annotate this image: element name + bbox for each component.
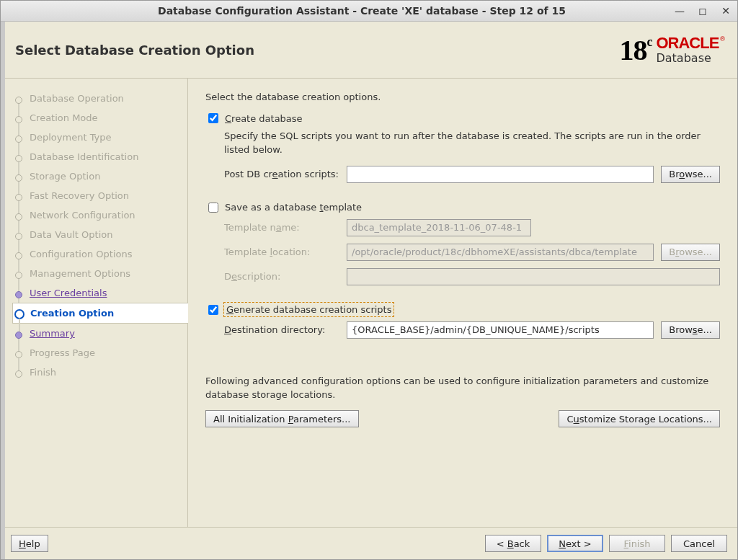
save-template-checkbox[interactable]: Save as a database template [205,200,720,215]
step-storage-option[interactable]: Storage Option [12,166,183,186]
footer: Help < Back Next > Finish Cancel [1,527,737,559]
destination-directory-input[interactable] [347,321,654,339]
create-database-desc: Specify the SQL scripts you want to run … [224,130,720,157]
maximize-icon[interactable]: ◻ [697,5,708,17]
post-scripts-input[interactable] [347,166,654,183]
post-scripts-browse-button[interactable]: Browse... [661,166,720,183]
generate-scripts-checkbox[interactable]: Generate database creation scripts [205,303,720,317]
next-button[interactable]: Next > [547,535,603,552]
destination-browse-button[interactable]: Browse... [661,321,720,339]
save-template-check-input[interactable] [208,203,218,213]
template-location-label: Template location: [224,246,339,257]
help-button[interactable]: Help [11,535,48,552]
step-creation-mode[interactable]: Creation Mode [12,108,183,128]
step-list: Database Operation Creation Mode Deploym… [12,89,183,382]
template-description-label: Description: [224,271,339,282]
post-scripts-label: Post DB creation scripts: [224,169,339,179]
step-finish[interactable]: Finish [12,363,183,382]
step-user-credentials[interactable]: User Credentials [12,283,183,303]
wizard-sidebar: Database Operation Creation Mode Deploym… [1,79,188,527]
app-window: Database Configuration Assistant - Creat… [0,0,738,560]
titlebar: Database Configuration Assistant - Creat… [1,1,737,22]
template-location-browse-button: Browse... [661,244,720,261]
create-database-checkbox[interactable]: Create database [205,111,720,125]
template-description-input [347,268,720,285]
step-configuration-options[interactable]: Configuration Options [12,244,183,264]
window-title: Database Configuration Assistant - Creat… [50,5,674,17]
template-location-input [347,244,654,261]
left-scroll-track [1,22,5,559]
destination-directory-label: Destination directory: [224,324,339,335]
customize-storage-button[interactable]: Customize Storage Locations... [559,410,720,427]
advanced-options-text: Following advanced configuration options… [205,375,720,402]
main-panel: Select the database creation options. Cr… [188,79,737,527]
finish-button: Finish [609,535,665,552]
header: Select Database Creation Option 18c ORAC… [1,22,737,79]
step-data-vault-option[interactable]: Data Vault Option [12,225,183,244]
step-creation-option[interactable]: Creation Option [12,303,188,324]
step-database-identification[interactable]: Database Identification [12,147,183,166]
template-name-input [347,219,531,236]
generate-scripts-check-input[interactable] [208,305,218,315]
minimize-icon[interactable]: — [674,5,685,17]
template-name-label: Template name: [224,222,339,233]
init-parameters-button[interactable]: All Initialization Parameters... [205,410,359,427]
create-database-check-input[interactable] [208,113,218,123]
oracle-logo: 18c ORACLE Database [619,33,723,67]
page-title: Select Database Creation Option [15,43,254,58]
step-progress-page[interactable]: Progress Page [12,343,183,363]
step-network-configuration[interactable]: Network Configuration [12,205,183,225]
step-summary[interactable]: Summary [12,324,183,343]
body: Database Operation Creation Mode Deploym… [1,79,737,527]
step-fast-recovery-option[interactable]: Fast Recovery Option [12,186,183,205]
back-button[interactable]: < Back [485,535,541,552]
cancel-button[interactable]: Cancel [671,535,727,552]
close-icon[interactable]: ✕ [720,5,732,17]
step-management-options[interactable]: Management Options [12,264,183,283]
step-database-operation[interactable]: Database Operation [12,89,183,108]
step-deployment-type[interactable]: Deployment Type [12,128,183,147]
intro-text: Select the database creation options. [205,92,720,102]
